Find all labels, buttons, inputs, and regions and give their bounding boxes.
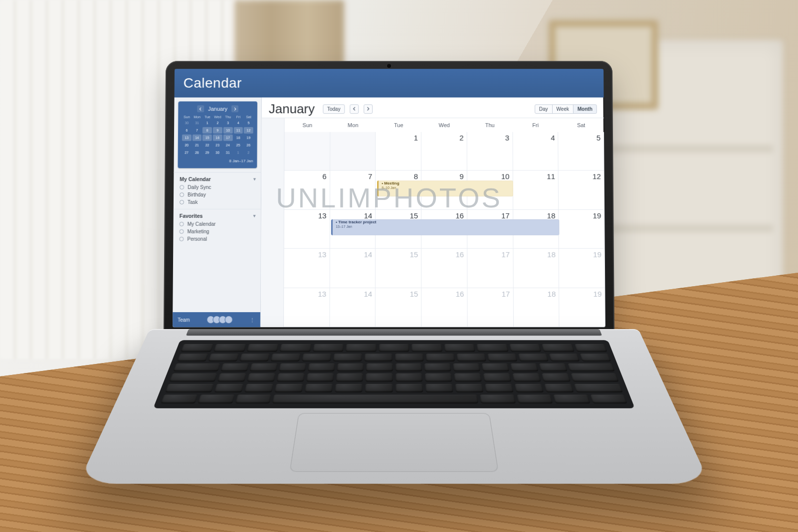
keyboard-key xyxy=(574,344,607,352)
mini-day[interactable]: 16 xyxy=(213,135,222,141)
day-cell[interactable]: 14 xyxy=(330,249,376,288)
keyboard-key xyxy=(453,363,480,371)
sidebar-section-title: Favorites xyxy=(180,213,203,219)
day-cell[interactable] xyxy=(330,132,376,171)
day-cell[interactable]: 13 xyxy=(284,288,330,328)
mini-day[interactable]: 3 xyxy=(223,120,233,126)
day-cell[interactable]: 16 xyxy=(421,249,467,288)
today-button[interactable]: Today xyxy=(323,104,345,114)
day-cell[interactable]: 19 xyxy=(559,210,604,249)
mini-day[interactable]: 23 xyxy=(213,142,222,149)
day-number: 9 xyxy=(459,173,463,181)
event-project[interactable]: • Time tracker project13–17 Jan xyxy=(331,219,559,235)
day-cell[interactable]: 1 xyxy=(376,132,421,171)
mini-day[interactable]: 8 xyxy=(202,127,212,134)
radio-icon xyxy=(180,200,184,204)
mini-day[interactable]: 26 xyxy=(244,142,253,149)
day-cell[interactable]: 15 xyxy=(376,288,421,328)
day-cell[interactable]: 18 xyxy=(513,288,559,328)
day-cell[interactable]: 3 xyxy=(467,132,513,171)
mini-next-button[interactable] xyxy=(231,105,238,112)
mini-prev-button[interactable] xyxy=(197,105,204,112)
sidebar-item[interactable]: Daily Sync xyxy=(180,184,256,190)
day-cell[interactable]: 6 xyxy=(284,171,330,210)
day-cell[interactable]: 4 xyxy=(513,132,559,171)
mini-day[interactable]: 19 xyxy=(244,135,253,141)
sidebar-section-header[interactable]: Favorites▾ xyxy=(180,213,256,219)
sidebar-item-label: Task xyxy=(188,199,198,205)
mini-day[interactable]: 30 xyxy=(182,120,192,126)
mini-day[interactable]: 22 xyxy=(202,142,212,149)
mini-day[interactable]: 29 xyxy=(202,150,212,156)
main-panel: January Today DayWeekMonth xyxy=(261,97,605,327)
view-week-button[interactable]: Week xyxy=(552,104,574,114)
keyboard-key xyxy=(165,384,214,392)
day-cell[interactable]: 19 xyxy=(559,288,605,328)
mini-day[interactable]: 7 xyxy=(193,127,202,134)
mini-day[interactable]: 1 xyxy=(233,150,243,156)
mini-day[interactable]: 2 xyxy=(244,150,253,156)
next-button[interactable] xyxy=(364,104,373,114)
day-number: 8 xyxy=(414,173,418,181)
mini-day[interactable]: 1 xyxy=(202,120,212,126)
day-cell[interactable]: 5 xyxy=(558,132,604,171)
sidebar-item[interactable]: Marketing xyxy=(179,229,255,234)
mini-day[interactable]: 11 xyxy=(233,127,243,134)
mini-day[interactable]: 17 xyxy=(223,135,233,141)
keyboard-key xyxy=(488,354,518,361)
radio-icon xyxy=(180,222,184,226)
day-cell[interactable]: 15 xyxy=(376,249,421,288)
day-cell[interactable]: 12 xyxy=(559,171,604,210)
sidebar-item[interactable]: Birthday xyxy=(180,192,256,197)
mini-day[interactable]: 24 xyxy=(223,142,232,149)
month-grid[interactable]: SunMonTueWedThuFriSat1234567891011121314… xyxy=(261,118,605,327)
day-cell[interactable]: 7 xyxy=(330,171,376,210)
event-meeting[interactable]: • Meeting8–10 Jan xyxy=(377,180,513,196)
sidebar-item[interactable]: Personal xyxy=(179,236,255,242)
keyboard-key xyxy=(379,344,409,352)
mini-day[interactable]: 12 xyxy=(244,127,253,134)
day-cell[interactable]: 17 xyxy=(467,249,513,288)
day-cell[interactable]: 19 xyxy=(559,249,605,288)
day-cell[interactable]: 13 xyxy=(284,210,330,249)
mini-day[interactable]: 18 xyxy=(233,135,243,141)
prev-button[interactable] xyxy=(350,104,359,114)
day-number: 7 xyxy=(368,173,372,181)
mini-day[interactable]: 5 xyxy=(244,120,253,126)
view-day-button[interactable]: Day xyxy=(535,104,553,114)
keyboard-key xyxy=(169,373,217,381)
mini-day[interactable]: 30 xyxy=(213,150,222,156)
mini-day[interactable]: 9 xyxy=(213,127,222,134)
day-cell[interactable]: 11 xyxy=(513,171,559,210)
day-cell[interactable]: 2 xyxy=(421,132,467,171)
sidebar-item-label: Daily Sync xyxy=(188,184,211,190)
day-cell[interactable]: 17 xyxy=(467,288,513,328)
mini-calendar[interactable]: January SunMonTueWedThuFriSat30311234567… xyxy=(178,101,257,168)
sidebar-section-header[interactable]: My Calendar▾ xyxy=(180,176,256,182)
mini-day[interactable]: 20 xyxy=(182,142,192,149)
mini-day[interactable]: 13 xyxy=(182,135,192,141)
day-cell[interactable]: 14 xyxy=(330,288,376,328)
day-cell[interactable]: 13 xyxy=(284,249,330,288)
sidebar-item[interactable]: My Calendar xyxy=(180,221,256,227)
dow-header: Sun xyxy=(285,118,331,132)
mini-day[interactable]: 28 xyxy=(192,150,201,156)
view-month-button[interactable]: Month xyxy=(573,104,597,114)
mini-day[interactable]: 21 xyxy=(192,142,201,149)
mini-day[interactable]: 2 xyxy=(213,120,222,126)
mini-day[interactable]: 10 xyxy=(223,127,233,134)
mini-day[interactable]: 25 xyxy=(233,142,243,149)
sidebar-item[interactable]: Task xyxy=(180,199,256,205)
mini-day[interactable]: 27 xyxy=(182,150,192,156)
day-cell[interactable]: 16 xyxy=(421,288,467,328)
mini-day[interactable]: 31 xyxy=(223,150,232,156)
team-footer[interactable]: Team ⋮ xyxy=(173,312,260,327)
kebab-icon[interactable]: ⋮ xyxy=(250,317,255,323)
day-cell[interactable]: 18 xyxy=(513,249,559,288)
mini-day[interactable]: 4 xyxy=(233,120,243,126)
mini-day[interactable]: 31 xyxy=(193,120,202,126)
day-cell[interactable] xyxy=(284,132,330,171)
mini-day[interactable]: 15 xyxy=(202,135,212,141)
mini-day[interactable]: 6 xyxy=(182,127,192,134)
mini-day[interactable]: 14 xyxy=(193,135,202,141)
